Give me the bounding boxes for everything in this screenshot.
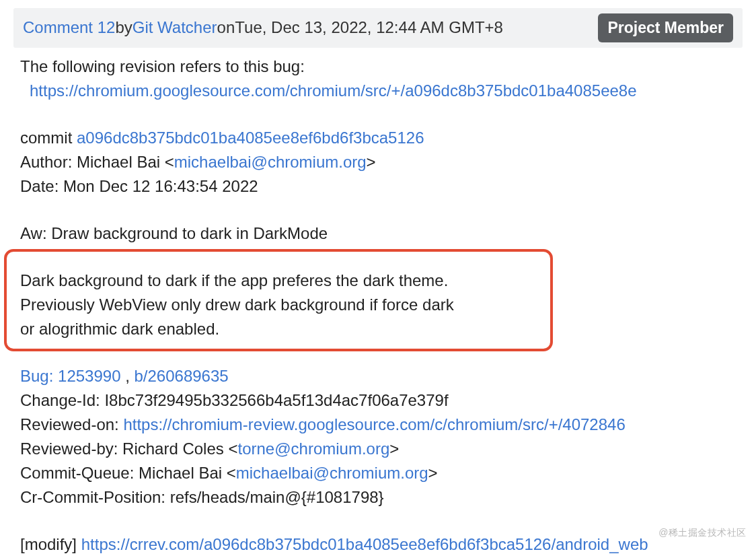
commit-queue-email-link[interactable]: michaelbai@chromium.org (236, 464, 428, 482)
commit-hash-link[interactable]: a096dc8b375bdc01ba4085ee8ef6bd6f3bca5126 (77, 129, 424, 147)
comment-body: The following revision refers to this bu… (0, 48, 756, 557)
author-suffix: > (367, 153, 376, 171)
commit-subject: Aw: Draw background to dark in DarkMode (20, 221, 736, 246)
author-email-link[interactable]: michaelbai@chromium.org (174, 153, 367, 171)
reviewed-on-label: Reviewed-on: (20, 415, 123, 433)
comment-header: Comment 12 by Git Watcher on Tue, Dec 13… (13, 8, 743, 48)
intro-text: The following revision refers to this bu… (20, 55, 736, 79)
reviewed-on-link[interactable]: https://chromium-review.googlesource.com… (123, 415, 625, 433)
comment-header-left: Comment 12 by Git Watcher on Tue, Dec 13… (23, 15, 503, 40)
reviewed-by-prefix: Reviewed-by: Richard Coles < (20, 440, 237, 458)
description-line-2: Previously WebView only drew dark backgr… (20, 293, 736, 317)
on-label: on (217, 15, 235, 40)
reviewed-by-email-link[interactable]: torne@chromium.org (237, 440, 389, 458)
reviewed-by-suffix: > (389, 440, 399, 458)
commit-date: Date: Mon Dec 12 16:43:54 2022 (20, 174, 736, 199)
commit-label: commit (20, 129, 77, 147)
comment-author-link[interactable]: Git Watcher (133, 15, 217, 40)
comment-timestamp: Tue, Dec 13, 2022, 12:44 AM GMT+8 (235, 15, 503, 40)
description-line-3: or alogrithmic dark enabled. (20, 317, 736, 341)
author-prefix: Author: Michael Bai < (20, 153, 174, 171)
cr-commit-position: Cr-Commit-Position: refs/heads/main@{#10… (20, 485, 736, 510)
bug-link-2[interactable]: b/260689635 (135, 367, 229, 385)
bug-separator: , (120, 367, 134, 385)
commit-queue-prefix: Commit-Queue: Michael Bai < (20, 464, 236, 482)
bug-link-1[interactable]: Bug: 1253990 (20, 367, 120, 385)
change-id: Change-Id: I8bc73f29495b332566b4a5f13d4a… (20, 388, 736, 413)
modify-label: [modify] (20, 535, 81, 553)
modify-url-link[interactable]: https://crrev.com/a096dc8b375bdc01ba4085… (81, 535, 648, 553)
by-label: by (115, 15, 132, 40)
description-line-1: Dark background to dark if the app prefe… (20, 269, 736, 293)
comment-number-link[interactable]: Comment 12 (23, 15, 115, 40)
project-member-badge: Project Member (598, 13, 733, 42)
revision-url-link[interactable]: https://chromium.googlesource.com/chromi… (30, 81, 637, 100)
commit-queue-suffix: > (428, 464, 438, 482)
